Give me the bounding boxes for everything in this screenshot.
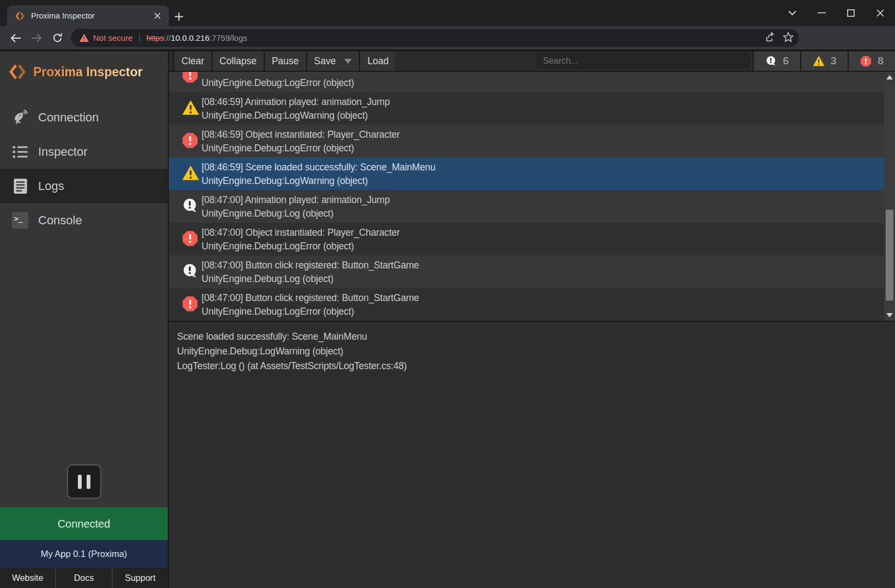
log-row[interactable]: [08:46:59] Object instantiated: Player_C… (169, 125, 884, 157)
log-stacktrace: UnityEngine.Debug:LogError (object) (202, 77, 354, 89)
back-button[interactable] (5, 29, 26, 47)
tab-close-icon[interactable] (151, 10, 163, 22)
new-tab-button[interactable] (171, 9, 186, 24)
sidebar-footer: WebsiteDocsSupport (0, 568, 168, 588)
browser-toolbar: Not secure https://10.0.0.216:7759/logs (0, 26, 895, 51)
log-stacktrace: UnityEngine.Debug:Log (object) (202, 208, 333, 219)
detail-stack-line: LogTester:Log () (at Assets/TestScripts/… (177, 359, 895, 373)
omnibox-divider (139, 33, 140, 42)
url-path: :7759/logs (210, 33, 247, 42)
url-host: 10.0.0.216 (171, 33, 210, 42)
proxima-page: Proxima Inspector Connection Inspector L… (0, 51, 895, 588)
sidebar-item-console[interactable]: >_ Console (0, 203, 168, 237)
log-message: [08:47:00] Button click registered: Butt… (202, 292, 419, 304)
not-secure-label: Not secure (93, 33, 133, 42)
log-list-zone: UnityEngine.Debug:LogError (object) (169, 72, 895, 321)
info-filter-badge[interactable]: 6 (753, 51, 800, 71)
pause-icon (78, 475, 82, 489)
url-separator: :// (164, 33, 171, 42)
scrollbar-thumb[interactable] (886, 210, 893, 301)
app-info-label: My App 0.1 (Proxima) (41, 549, 127, 559)
log-message: [08:46:59] Object instantiated: Player_C… (202, 129, 400, 140)
toolbar-button-clear[interactable]: Clear (173, 51, 211, 71)
window-maximize-button[interactable] (841, 4, 861, 22)
window-minimize-button[interactable] (811, 4, 832, 22)
footer-link-support[interactable]: Support (112, 568, 168, 588)
bookmark-star-icon[interactable] (783, 32, 794, 45)
log-row[interactable]: [08:47:00] Button click registered: Butt… (169, 288, 884, 321)
error-icon (860, 56, 872, 67)
app-logo: Proxima Inspector (0, 51, 168, 87)
info-icon (765, 56, 777, 67)
error-icon (182, 296, 198, 312)
error-filter-badge[interactable]: 8 (848, 51, 895, 71)
connection-status-label: Connected (58, 518, 111, 530)
share-icon[interactable] (764, 32, 775, 45)
connection-status-badge: Connected (0, 507, 168, 540)
forward-button[interactable] (26, 29, 47, 47)
tab-search-icon[interactable] (782, 4, 802, 22)
pause-stream-button[interactable] (67, 464, 101, 499)
log-stacktrace: UnityEngine.Debug:LogWarning (object) (202, 110, 368, 121)
log-row[interactable]: UnityEngine.Debug:LogError (object) (169, 72, 884, 92)
reload-button[interactable] (47, 29, 68, 47)
browser-window: Proxima Inspector (0, 0, 895, 588)
warning-filter-badge[interactable]: 3 (800, 51, 848, 71)
error-icon (182, 72, 198, 83)
info-icon (182, 263, 198, 279)
toolbar-button-save[interactable]: Save (306, 51, 360, 71)
sidebar-spacer (0, 237, 168, 464)
scroll-up-icon[interactable] (884, 73, 895, 82)
log-row[interactable]: [08:47:00] Animation played: animation_J… (169, 190, 884, 223)
log-message: [08:46:59] Scene loaded successfully: Sc… (202, 162, 435, 173)
warning-count: 3 (831, 55, 837, 67)
toolbar-button-collapse[interactable]: Collapse (211, 51, 264, 71)
url-text: https://10.0.0.216:7759/logs (147, 33, 247, 42)
save-dropdown-caret-icon[interactable] (344, 59, 352, 64)
scroll-down-icon[interactable] (884, 311, 895, 320)
log-stacktrace: UnityEngine.Debug:LogError (object) (202, 306, 354, 317)
error-icon (182, 132, 198, 149)
log-message: [08:46:59] Animation played: animation_J… (202, 96, 390, 108)
log-row[interactable]: [08:46:59] Animation played: animation_J… (169, 92, 884, 125)
footer-link-website[interactable]: Website (0, 568, 55, 588)
log-stacktrace: UnityEngine.Debug:Log (object) (202, 273, 333, 285)
address-bar[interactable]: Not secure https://10.0.0.216:7759/logs (71, 29, 799, 47)
toolbar-button-load[interactable]: Load (359, 51, 395, 71)
proxima-favicon-icon (15, 11, 25, 21)
not-secure-warning-icon (80, 34, 89, 42)
error-icon (182, 230, 198, 247)
toolbar-button-pause[interactable]: Pause (264, 51, 306, 71)
window-close-button[interactable] (870, 4, 891, 22)
warning-icon (182, 100, 199, 115)
log-message: [08:47:00] Button click registered: Butt… (202, 260, 419, 271)
logs-toolbar: ClearCollapsePauseSaveLoad 6 (169, 51, 895, 72)
search-input[interactable] (537, 54, 750, 68)
log-row[interactable]: [08:47:00] Object instantiated: Player_C… (169, 223, 884, 255)
log-stacktrace: UnityEngine.Debug:LogError (object) (202, 143, 354, 154)
sidebar: Proxima Inspector Connection Inspector L… (0, 51, 169, 588)
sidebar-item-connection[interactable]: Connection (0, 100, 168, 134)
log-list: UnityEngine.Debug:LogError (object) (169, 72, 884, 321)
app-info-bar: My App 0.1 (Proxima) (0, 540, 168, 568)
sidebar-item-logs[interactable]: Logs (0, 169, 168, 203)
log-stacktrace: UnityEngine.Debug:LogWarning (object) (202, 175, 368, 187)
satellite-icon (12, 109, 28, 126)
log-row[interactable]: [08:46:59] Scene loaded successfully: Sc… (169, 157, 884, 190)
log-detail-pane: Scene loaded successfully: Scene_MainMen… (169, 321, 895, 588)
detail-message: Scene loaded successfully: Scene_MainMen… (177, 329, 895, 344)
browser-tab[interactable]: Proxima Inspector (7, 5, 169, 26)
log-scrollbar[interactable] (884, 72, 895, 321)
list-icon (12, 144, 28, 160)
app-title: Proxima Inspector (33, 65, 143, 79)
url-scheme: https (147, 33, 165, 42)
tab-title: Proxima Inspector (31, 11, 151, 20)
error-count: 8 (878, 55, 884, 67)
sidebar-item-inspector[interactable]: Inspector (0, 134, 168, 169)
tab-strip: Proxima Inspector (0, 0, 895, 26)
log-row[interactable]: [08:47:00] Button click registered: Butt… (169, 255, 884, 288)
footer-link-docs[interactable]: Docs (55, 568, 111, 588)
sidebar-item-label: Connection (38, 111, 99, 125)
warning-icon (813, 56, 825, 66)
terminal-icon: >_ (12, 212, 28, 229)
